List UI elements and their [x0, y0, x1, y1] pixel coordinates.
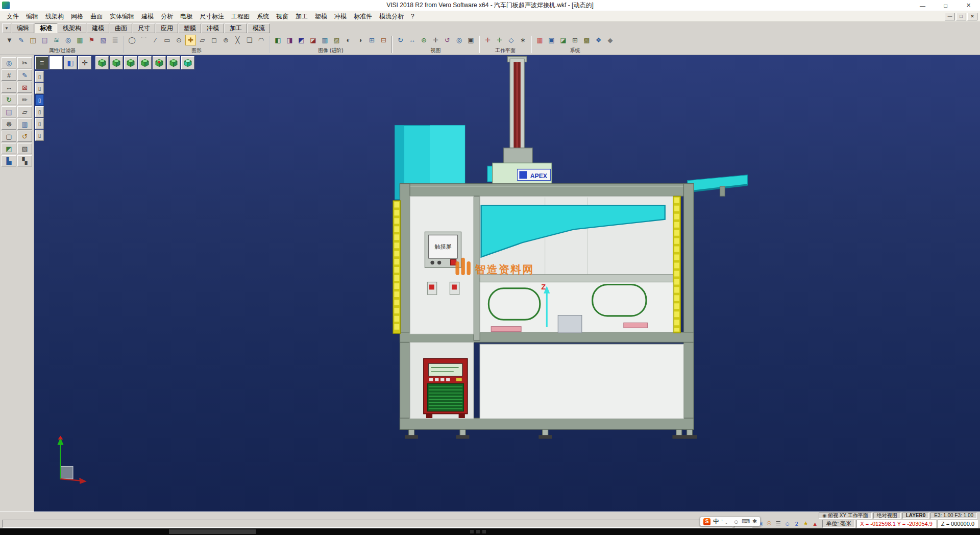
- ribbon-icon[interactable]: ◆: [605, 35, 616, 45]
- edge-toolbar-button[interactable]: ▯: [35, 106, 44, 117]
- command-field[interactable]: [2, 520, 732, 528]
- ime-button[interactable]: ☺: [733, 519, 739, 525]
- close-button[interactable]: ✕: [957, 0, 980, 11]
- ribbon-icon[interactable]: ⊚: [220, 35, 231, 45]
- view-cube-icon[interactable]: [124, 56, 137, 69]
- view-cube-icon[interactable]: [181, 56, 194, 69]
- viewport-menu-button[interactable]: ≡: [35, 56, 48, 69]
- tray-icon[interactable]: ★: [802, 520, 810, 527]
- ribbon-icon[interactable]: ▨: [331, 35, 342, 45]
- menu-item[interactable]: 加工: [292, 11, 311, 22]
- ribbon-icon[interactable]: ⊞: [570, 35, 580, 45]
- menu-item[interactable]: 建模: [138, 11, 157, 22]
- tool-icon[interactable]: ▧: [17, 143, 32, 154]
- ribbon-icon[interactable]: ↻: [395, 35, 406, 45]
- ribbon-icon[interactable]: ◨: [284, 35, 295, 45]
- ribbon-icon[interactable]: ≋: [51, 35, 62, 45]
- menu-item[interactable]: 线架构: [42, 11, 67, 22]
- ribbon-icon[interactable]: ▦: [75, 35, 85, 45]
- ribbon-icon[interactable]: ☰: [110, 35, 120, 45]
- ribbon-icon[interactable]: ▥: [320, 35, 330, 45]
- ribbon-icon[interactable]: ✎: [16, 35, 27, 45]
- toolbar-tab[interactable]: 曲面: [110, 23, 132, 33]
- ribbon-icon[interactable]: ◐: [343, 35, 354, 45]
- ribbon-icon[interactable]: ⚑: [86, 35, 97, 45]
- ribbon-icon[interactable]: ◎: [454, 35, 464, 45]
- ribbon-icon[interactable]: ⊕: [419, 35, 429, 45]
- menu-item[interactable]: 实体编辑: [106, 11, 138, 22]
- menu-item[interactable]: 编辑: [22, 11, 42, 22]
- tray-icon[interactable]: 2: [793, 521, 800, 527]
- mdi-close-button[interactable]: ✕: [967, 13, 977, 20]
- ribbon-icon[interactable]: ▩: [581, 35, 592, 45]
- ime-logo-icon[interactable]: S: [703, 518, 710, 525]
- ribbon-icon[interactable]: ▦: [534, 35, 545, 45]
- minimize-button[interactable]: —: [911, 0, 934, 11]
- tool-icon[interactable]: ▚: [17, 155, 32, 166]
- toolbar-tab[interactable]: 塑膜: [179, 23, 201, 33]
- ribbon-icon[interactable]: ◯: [127, 35, 137, 45]
- ribbon-icon[interactable]: ◠: [256, 35, 266, 45]
- ribbon-icon[interactable]: ▣: [546, 35, 557, 45]
- menu-item[interactable]: 网格: [67, 11, 87, 22]
- ribbon-icon[interactable]: ∕: [150, 35, 161, 45]
- menu-item[interactable]: 工程图: [228, 11, 253, 22]
- toolbar-dropdown-button[interactable]: ▼: [2, 23, 11, 33]
- toolbar-tab[interactable]: 应用: [156, 23, 178, 33]
- view-cube-icon[interactable]: [167, 56, 180, 69]
- edge-toolbar-button[interactable]: ▯: [35, 94, 44, 106]
- menu-item[interactable]: 冲模: [331, 11, 350, 22]
- viewport-3d[interactable]: ≡ ◧ ✛: [34, 55, 980, 512]
- tool-icon[interactable]: ◩: [2, 143, 16, 154]
- view-cube-icon[interactable]: [138, 56, 152, 69]
- ribbon-icon[interactable]: ◪: [558, 35, 569, 45]
- machine-model[interactable]: APEX: [393, 56, 747, 439]
- menu-item[interactable]: 标准件: [350, 11, 376, 22]
- mdi-restore-button[interactable]: □: [956, 13, 966, 20]
- tool-icon[interactable]: ▱: [17, 106, 32, 117]
- ime-button[interactable]: 。: [725, 518, 731, 525]
- tool-icon[interactable]: ▤: [2, 106, 16, 117]
- toolbar-tab[interactable]: 编辑: [12, 23, 34, 33]
- blank-view-button[interactable]: [50, 56, 63, 69]
- menu-item[interactable]: 塑模: [311, 11, 331, 22]
- menu-item[interactable]: 曲面: [87, 11, 106, 22]
- ribbon-icon[interactable]: ✚: [185, 35, 196, 45]
- pointer-button[interactable]: ✛: [78, 56, 91, 69]
- tray-icon[interactable]: ▲: [811, 521, 819, 527]
- tool-icon[interactable]: ▢: [2, 131, 16, 142]
- ime-button[interactable]: ⌨: [742, 518, 750, 525]
- ribbon-icon[interactable]: ◇: [506, 35, 517, 45]
- tool-icon[interactable]: ↻: [2, 94, 16, 105]
- menu-item[interactable]: 分析: [157, 11, 177, 22]
- tray-icon[interactable]: ☰: [774, 520, 782, 527]
- ribbon-icon[interactable]: ⊟: [378, 35, 389, 45]
- ribbon-icon[interactable]: ✛: [430, 35, 441, 45]
- tool-icon[interactable]: ✎: [17, 69, 32, 81]
- maximize-button[interactable]: □: [934, 0, 957, 11]
- tool-icon[interactable]: ✂: [17, 57, 32, 68]
- ribbon-icon[interactable]: ▧: [98, 35, 109, 45]
- tool-icon[interactable]: ↺: [17, 131, 32, 142]
- ribbon-icon[interactable]: ▱: [197, 35, 208, 45]
- ime-language-toggle[interactable]: 中: [713, 518, 719, 525]
- ribbon-icon[interactable]: ⌒: [138, 35, 149, 45]
- ribbon-icon[interactable]: ╳: [232, 35, 243, 45]
- tool-icon[interactable]: #: [2, 69, 16, 81]
- tool-icon[interactable]: ☸: [2, 118, 16, 130]
- edge-toolbar-button[interactable]: ▯: [35, 71, 44, 82]
- ribbon-icon[interactable]: ◧: [273, 35, 283, 45]
- ribbon-icon[interactable]: ◑: [355, 35, 365, 45]
- view-mode-label[interactable]: 绝对视图: [873, 513, 901, 519]
- toolbar-tab[interactable]: 建模: [87, 23, 109, 33]
- tool-icon[interactable]: ◎: [2, 57, 16, 68]
- menu-item[interactable]: 尺寸标注: [196, 11, 228, 22]
- ime-button[interactable]: ✱: [752, 518, 757, 525]
- menu-item[interactable]: 模流分析: [376, 11, 407, 22]
- machine-3d-view[interactable]: APEX: [34, 55, 980, 512]
- tool-icon[interactable]: ⊠: [17, 82, 32, 93]
- toolbar-tab[interactable]: 冲模: [202, 23, 224, 33]
- ribbon-icon[interactable]: ▤: [39, 35, 50, 45]
- ribbon-icon[interactable]: ✛: [482, 35, 493, 45]
- ribbon-icon[interactable]: ▣: [465, 35, 476, 45]
